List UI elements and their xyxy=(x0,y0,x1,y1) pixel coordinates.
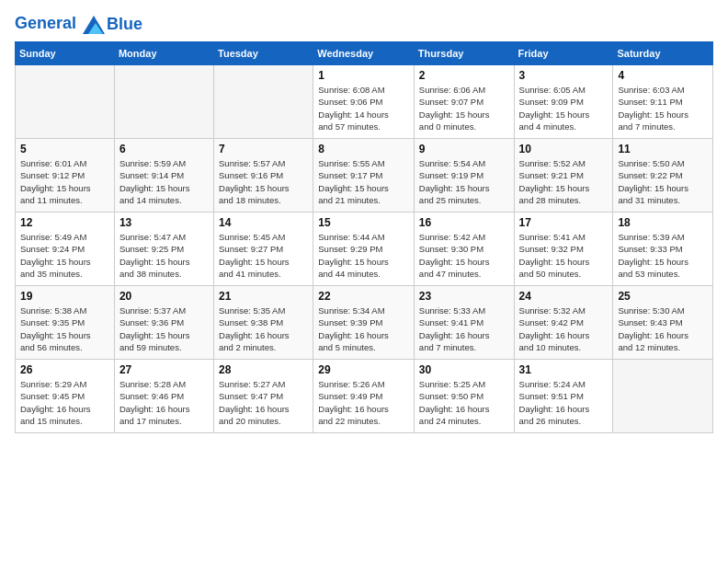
day-info: Sunrise: 5:26 AM Sunset: 9:49 PM Dayligh… xyxy=(318,378,409,427)
day-number: 5 xyxy=(20,143,109,155)
day-number: 13 xyxy=(119,216,209,229)
calendar-cell: 28Sunrise: 5:27 AM Sunset: 9:47 PM Dayli… xyxy=(214,360,313,433)
day-info: Sunrise: 5:24 AM Sunset: 9:51 PM Dayligh… xyxy=(519,378,609,427)
day-info: Sunrise: 5:27 AM Sunset: 9:47 PM Dayligh… xyxy=(219,378,308,427)
day-info: Sunrise: 5:57 AM Sunset: 9:16 PM Dayligh… xyxy=(219,157,308,206)
calendar-cell: 11Sunrise: 5:50 AM Sunset: 9:22 PM Dayli… xyxy=(613,139,713,213)
day-info: Sunrise: 6:03 AM Sunset: 9:11 PM Dayligh… xyxy=(618,84,708,132)
calendar-cell: 7Sunrise: 5:57 AM Sunset: 9:16 PM Daylig… xyxy=(214,139,313,213)
day-info: Sunrise: 5:39 AM Sunset: 9:33 PM Dayligh… xyxy=(618,231,708,280)
day-info: Sunrise: 5:33 AM Sunset: 9:41 PM Dayligh… xyxy=(419,304,509,353)
calendar-cell: 4Sunrise: 6:03 AM Sunset: 9:11 PM Daylig… xyxy=(613,65,713,139)
day-info: Sunrise: 5:52 AM Sunset: 9:21 PM Dayligh… xyxy=(519,157,609,206)
calendar-table: SundayMondayTuesdayWednesdayThursdayFrid… xyxy=(15,41,713,433)
day-info: Sunrise: 5:49 AM Sunset: 9:24 PM Dayligh… xyxy=(20,231,109,280)
day-number: 23 xyxy=(419,290,509,303)
day-number: 25 xyxy=(618,290,708,303)
day-info: Sunrise: 5:41 AM Sunset: 9:32 PM Dayligh… xyxy=(519,231,609,280)
day-number: 17 xyxy=(519,216,609,229)
day-number: 28 xyxy=(219,363,308,376)
day-info: Sunrise: 6:06 AM Sunset: 9:07 PM Dayligh… xyxy=(419,84,509,132)
weekday-header: Wednesday xyxy=(313,42,415,65)
day-number: 19 xyxy=(20,290,109,303)
calendar-cell: 2Sunrise: 6:06 AM Sunset: 9:07 PM Daylig… xyxy=(414,65,514,139)
calendar-cell: 18Sunrise: 5:39 AM Sunset: 9:33 PM Dayli… xyxy=(613,213,713,286)
calendar-week-row: 12Sunrise: 5:49 AM Sunset: 9:24 PM Dayli… xyxy=(16,213,713,286)
calendar-cell: 29Sunrise: 5:26 AM Sunset: 9:49 PM Dayli… xyxy=(313,360,415,433)
calendar-cell: 1Sunrise: 6:08 AM Sunset: 9:06 PM Daylig… xyxy=(313,65,415,139)
day-info: Sunrise: 5:37 AM Sunset: 9:36 PM Dayligh… xyxy=(119,304,209,353)
calendar-cell: 26Sunrise: 5:29 AM Sunset: 9:45 PM Dayli… xyxy=(16,360,115,433)
day-number: 31 xyxy=(519,363,609,376)
calendar-cell: 21Sunrise: 5:35 AM Sunset: 9:38 PM Dayli… xyxy=(214,286,313,360)
day-number: 29 xyxy=(318,363,409,376)
calendar-header-row: SundayMondayTuesdayWednesdayThursdayFrid… xyxy=(16,42,713,65)
day-info: Sunrise: 5:45 AM Sunset: 9:27 PM Dayligh… xyxy=(219,231,308,280)
day-info: Sunrise: 6:01 AM Sunset: 9:12 PM Dayligh… xyxy=(20,157,109,206)
day-info: Sunrise: 5:28 AM Sunset: 9:46 PM Dayligh… xyxy=(119,378,209,427)
day-info: Sunrise: 5:29 AM Sunset: 9:45 PM Dayligh… xyxy=(20,378,109,427)
calendar-cell: 13Sunrise: 5:47 AM Sunset: 9:25 PM Dayli… xyxy=(114,213,213,286)
day-info: Sunrise: 6:08 AM Sunset: 9:06 PM Dayligh… xyxy=(318,84,409,132)
day-number: 3 xyxy=(519,69,609,82)
day-info: Sunrise: 5:34 AM Sunset: 9:39 PM Dayligh… xyxy=(318,304,409,353)
day-info: Sunrise: 5:55 AM Sunset: 9:17 PM Dayligh… xyxy=(318,157,409,206)
day-number: 10 xyxy=(519,143,609,155)
day-info: Sunrise: 5:47 AM Sunset: 9:25 PM Dayligh… xyxy=(119,231,209,280)
logo-line1: General xyxy=(15,14,76,32)
day-number: 12 xyxy=(20,216,109,229)
day-number: 8 xyxy=(318,143,409,155)
calendar-cell: 17Sunrise: 5:41 AM Sunset: 9:32 PM Dayli… xyxy=(514,213,613,286)
calendar-cell: 14Sunrise: 5:45 AM Sunset: 9:27 PM Dayli… xyxy=(214,213,313,286)
calendar-cell: 31Sunrise: 5:24 AM Sunset: 9:51 PM Dayli… xyxy=(514,360,613,433)
day-number: 21 xyxy=(219,290,308,303)
day-number: 6 xyxy=(119,143,209,155)
weekday-header: Saturday xyxy=(613,42,713,65)
calendar-cell: 24Sunrise: 5:32 AM Sunset: 9:42 PM Dayli… xyxy=(514,286,613,360)
page-header: General Blue xyxy=(15,15,713,34)
day-number: 27 xyxy=(119,363,209,376)
day-number: 26 xyxy=(20,363,109,376)
day-number: 16 xyxy=(419,216,509,229)
day-number: 11 xyxy=(618,143,708,155)
day-number: 24 xyxy=(519,290,609,303)
logo-icon xyxy=(83,16,105,34)
calendar-cell: 12Sunrise: 5:49 AM Sunset: 9:24 PM Dayli… xyxy=(16,213,115,286)
calendar-cell: 9Sunrise: 5:54 AM Sunset: 9:19 PM Daylig… xyxy=(414,139,514,213)
day-number: 22 xyxy=(318,290,409,303)
day-info: Sunrise: 5:25 AM Sunset: 9:50 PM Dayligh… xyxy=(419,378,509,427)
calendar-cell: 30Sunrise: 5:25 AM Sunset: 9:50 PM Dayli… xyxy=(414,360,514,433)
calendar-cell: 10Sunrise: 5:52 AM Sunset: 9:21 PM Dayli… xyxy=(514,139,613,213)
day-info: Sunrise: 5:54 AM Sunset: 9:19 PM Dayligh… xyxy=(419,157,509,206)
day-info: Sunrise: 5:59 AM Sunset: 9:14 PM Dayligh… xyxy=(119,157,209,206)
day-number: 15 xyxy=(318,216,409,229)
calendar-cell: 5Sunrise: 6:01 AM Sunset: 9:12 PM Daylig… xyxy=(16,139,115,213)
day-number: 20 xyxy=(119,290,209,303)
calendar-cell: 16Sunrise: 5:42 AM Sunset: 9:30 PM Dayli… xyxy=(414,213,514,286)
weekday-header: Sunday xyxy=(16,42,115,65)
weekday-header: Tuesday xyxy=(214,42,313,65)
day-info: Sunrise: 5:35 AM Sunset: 9:38 PM Dayligh… xyxy=(219,304,308,353)
calendar-cell: 3Sunrise: 6:05 AM Sunset: 9:09 PM Daylig… xyxy=(514,65,613,139)
day-info: Sunrise: 5:32 AM Sunset: 9:42 PM Dayligh… xyxy=(519,304,609,353)
day-number: 9 xyxy=(419,143,509,155)
weekday-header: Friday xyxy=(514,42,613,65)
weekday-header: Thursday xyxy=(414,42,514,65)
weekday-header: Monday xyxy=(114,42,213,65)
day-number: 4 xyxy=(618,69,708,82)
calendar-cell: 20Sunrise: 5:37 AM Sunset: 9:36 PM Dayli… xyxy=(114,286,213,360)
calendar-week-row: 5Sunrise: 6:01 AM Sunset: 9:12 PM Daylig… xyxy=(16,139,713,213)
day-info: Sunrise: 5:44 AM Sunset: 9:29 PM Dayligh… xyxy=(318,231,409,280)
day-info: Sunrise: 5:50 AM Sunset: 9:22 PM Dayligh… xyxy=(618,157,708,206)
day-number: 1 xyxy=(318,69,409,82)
calendar-cell xyxy=(114,65,213,139)
day-info: Sunrise: 5:38 AM Sunset: 9:35 PM Dayligh… xyxy=(20,304,109,353)
calendar-cell: 27Sunrise: 5:28 AM Sunset: 9:46 PM Dayli… xyxy=(114,360,213,433)
day-number: 18 xyxy=(618,216,708,229)
day-number: 2 xyxy=(419,69,509,82)
calendar-cell: 25Sunrise: 5:30 AM Sunset: 9:43 PM Dayli… xyxy=(613,286,713,360)
calendar-cell: 6Sunrise: 5:59 AM Sunset: 9:14 PM Daylig… xyxy=(114,139,213,213)
day-number: 7 xyxy=(219,143,308,155)
calendar-cell: 23Sunrise: 5:33 AM Sunset: 9:41 PM Dayli… xyxy=(414,286,514,360)
logo-line2: Blue xyxy=(107,15,142,34)
